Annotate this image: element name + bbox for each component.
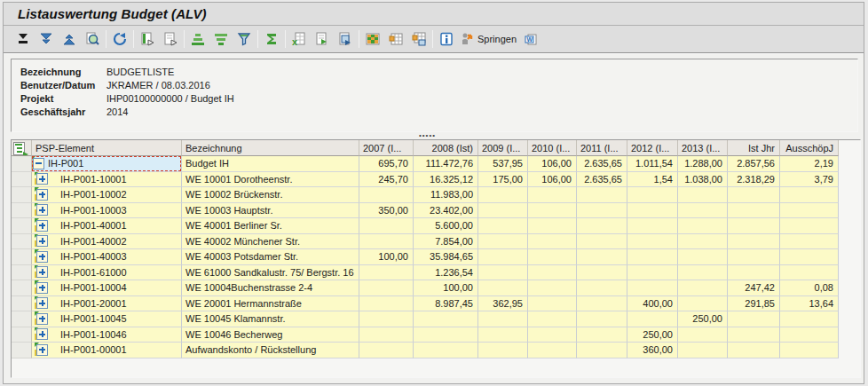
value-cell[interactable] [678, 343, 728, 358]
row-selector[interactable] [12, 296, 32, 312]
value-cell[interactable]: 11.983,00 [414, 187, 478, 203]
bezeichnung-cell[interactable]: WE 10045 Klamannstr. [182, 311, 359, 327]
psp-element-cell[interactable]: IH-P001-20001 [32, 296, 182, 312]
value-cell[interactable] [678, 249, 728, 265]
row-selector[interactable] [12, 234, 32, 250]
find-icon[interactable] [81, 28, 104, 50]
value-cell[interactable] [577, 187, 627, 203]
value-cell[interactable] [359, 265, 414, 281]
bezeichnung-cell[interactable]: WE 40001 Berliner Sr. [182, 218, 359, 234]
value-cell[interactable]: 247,42 [728, 280, 780, 296]
value-cell[interactable] [359, 327, 414, 343]
value-cell[interactable] [780, 218, 839, 234]
psp-element-cell[interactable]: IH-P001-40001 [32, 218, 182, 234]
info-icon[interactable] [435, 28, 458, 50]
value-cell[interactable]: 100,00 [414, 280, 478, 296]
value-cell[interactable] [577, 249, 627, 265]
value-cell[interactable] [627, 265, 678, 281]
value-cell[interactable] [678, 265, 728, 281]
expand-node-icon[interactable] [36, 328, 48, 340]
bezeichnung-cell[interactable]: WE 10046 Becherweg [182, 327, 359, 343]
column-header[interactable]: 2012 (I... [627, 140, 678, 156]
value-cell[interactable]: 13,64 [780, 296, 839, 312]
value-cell[interactable] [359, 343, 414, 358]
value-cell[interactable] [728, 311, 780, 327]
value-cell[interactable]: 0,08 [780, 280, 839, 296]
word-processing-icon[interactable] [334, 28, 357, 50]
value-cell[interactable] [528, 249, 577, 265]
expand-node-icon[interactable] [36, 189, 48, 201]
value-cell[interactable] [359, 234, 414, 250]
value-cell[interactable] [528, 203, 577, 219]
column-header[interactable]: Bezeichnung [182, 140, 359, 156]
value-cell[interactable] [528, 218, 577, 234]
expand-node-icon[interactable] [36, 313, 48, 325]
value-cell[interactable] [478, 249, 528, 265]
psp-element-cell[interactable]: IH-P001-10004 [32, 280, 182, 296]
value-cell[interactable] [528, 343, 577, 358]
scroll-bottom-icon[interactable] [35, 28, 58, 50]
value-cell[interactable] [528, 234, 577, 250]
value-cell[interactable]: 111.472,76 [414, 156, 478, 172]
psp-element-cell[interactable]: IH-P001-61000 [32, 265, 182, 281]
bezeichnung-cell[interactable]: WE 61000 Sandkalustr. 75/ Bergstr. 16 [182, 265, 359, 281]
value-cell[interactable] [478, 218, 528, 234]
row-selector[interactable] [12, 311, 32, 327]
choose-layout-icon[interactable] [361, 28, 384, 50]
value-cell[interactable]: 2.318,29 [728, 172, 780, 188]
value-cell[interactable]: 1.038,00 [678, 172, 728, 188]
print-preview-icon[interactable] [136, 28, 159, 50]
value-cell[interactable] [627, 311, 678, 327]
value-cell[interactable] [528, 327, 577, 343]
value-cell[interactable] [577, 280, 627, 296]
value-cell[interactable] [359, 311, 414, 327]
value-cell[interactable]: 1,54 [627, 172, 678, 188]
value-cell[interactable] [678, 296, 728, 312]
value-cell[interactable]: 350,00 [359, 203, 414, 219]
value-cell[interactable] [478, 343, 528, 358]
value-cell[interactable] [678, 234, 728, 250]
value-cell[interactable] [780, 265, 839, 281]
column-header[interactable]: 2008 (Ist) [414, 140, 478, 156]
filter-icon[interactable] [233, 28, 256, 50]
psp-element-cell[interactable]: IH-P001-00001 [32, 343, 182, 358]
value-cell[interactable]: 175,00 [478, 172, 528, 188]
expand-node-icon[interactable] [36, 344, 48, 356]
expand-node-icon[interactable] [36, 297, 48, 309]
value-cell[interactable] [478, 187, 528, 203]
bezeichnung-cell[interactable]: WE 40002 Münchener Str. [182, 234, 359, 250]
collapse-node-icon[interactable] [33, 158, 44, 169]
expand-node-icon[interactable] [36, 220, 48, 232]
value-cell[interactable]: 7.854,00 [414, 234, 478, 250]
value-cell[interactable] [780, 327, 839, 343]
value-cell[interactable] [780, 187, 839, 203]
row-selector[interactable] [12, 327, 32, 343]
value-cell[interactable]: 8.987,45 [414, 296, 478, 312]
value-cell[interactable] [414, 327, 478, 343]
value-cell[interactable] [359, 280, 414, 296]
value-cell[interactable] [780, 234, 839, 250]
change-layout-icon[interactable] [384, 28, 407, 50]
psp-element-cell[interactable]: IH-P001 [32, 156, 182, 172]
expand-node-icon[interactable] [36, 235, 48, 247]
value-cell[interactable]: 537,95 [478, 156, 528, 172]
value-cell[interactable]: 1.011,54 [627, 156, 678, 172]
value-cell[interactable] [528, 296, 577, 312]
value-cell[interactable]: 695,70 [359, 156, 414, 172]
sort-ascending-icon[interactable] [186, 28, 209, 50]
row-selector[interactable] [12, 187, 32, 203]
row-selector[interactable] [12, 249, 32, 265]
value-cell[interactable]: 250,00 [627, 327, 678, 343]
value-cell[interactable] [627, 234, 678, 250]
value-cell[interactable] [780, 311, 839, 327]
value-cell[interactable]: 2,19 [780, 156, 839, 172]
column-header[interactable]: PSP-Element [32, 140, 182, 156]
bezeichnung-cell[interactable]: WE 10002 Brückenstr. [182, 187, 359, 203]
value-cell[interactable]: 23.402,00 [414, 203, 478, 219]
sort-descending-icon[interactable] [209, 28, 233, 50]
bezeichnung-cell[interactable]: Aufwandskonto / Rückstellung [182, 343, 359, 358]
value-cell[interactable] [780, 249, 839, 265]
value-cell[interactable]: 106,00 [528, 156, 577, 172]
value-cell[interactable] [678, 218, 728, 234]
value-cell[interactable] [577, 203, 627, 219]
